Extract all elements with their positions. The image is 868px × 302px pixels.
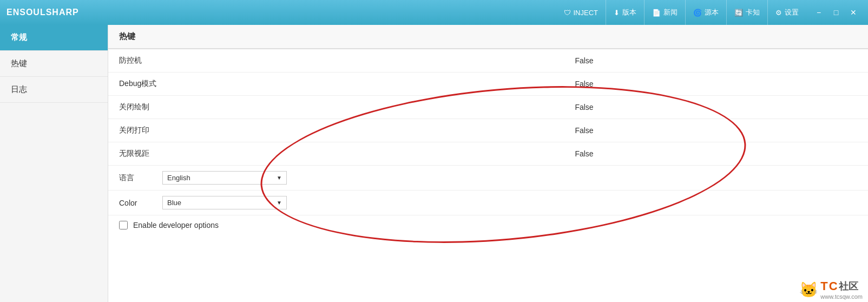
color-row: Color Blue ▼ bbox=[108, 191, 868, 215]
developer-options-label: Enable developer options bbox=[133, 221, 219, 229]
table-row[interactable]: 关闭打印 False bbox=[108, 119, 868, 142]
nav-refresh-label: 卡知 bbox=[746, 8, 760, 17]
main-content: 常规 热键 日志 热键 防控机 False bbox=[0, 25, 868, 302]
nav-version[interactable]: ⬇ 版本 bbox=[606, 0, 645, 25]
titlebar: ENSOULSHARP 🛡 INJECT ⬇ 版本 📄 新闻 🌀 源本 🔄 卡知… bbox=[0, 0, 868, 25]
table-row[interactable]: 无限视距 False bbox=[108, 142, 868, 166]
close-button[interactable]: ✕ bbox=[845, 4, 862, 21]
color-select[interactable]: Blue ▼ bbox=[162, 196, 287, 209]
row-name-3: 关闭打印 bbox=[108, 119, 564, 142]
col-header-name: 热键 bbox=[108, 25, 564, 49]
sidebar-item-general[interactable]: 常规 bbox=[0, 25, 108, 51]
row-name-4: 无限视距 bbox=[108, 142, 564, 166]
language-row: 语言 English ▼ bbox=[108, 166, 868, 191]
maximize-button[interactable]: □ bbox=[828, 4, 844, 21]
developer-options-row: Enable developer options bbox=[108, 215, 868, 235]
chevron-down-icon: ▼ bbox=[277, 200, 282, 206]
titlebar-nav: 🛡 INJECT ⬇ 版本 📄 新闻 🌀 源本 🔄 卡知 ⚙ 设置 bbox=[556, 0, 807, 25]
news-icon: 📄 bbox=[652, 9, 661, 17]
refresh-icon: 🔄 bbox=[734, 9, 743, 17]
row-value-3: False bbox=[564, 119, 868, 142]
window-controls: − □ ✕ bbox=[811, 4, 862, 21]
row-value-2: False bbox=[564, 96, 868, 119]
row-name-0: 防控机 bbox=[108, 49, 564, 73]
developer-options-checkbox[interactable] bbox=[119, 221, 128, 229]
content-area: 热键 防控机 False Debug模式 False 关闭绘制 False bbox=[108, 25, 868, 302]
tc-text: T bbox=[820, 279, 827, 293]
row-name-2: 关闭绘制 bbox=[108, 96, 564, 119]
nav-inject-label: INJECT bbox=[574, 9, 599, 17]
gear-icon: ⚙ bbox=[775, 9, 782, 17]
row-value-1: False bbox=[564, 73, 868, 96]
download-icon: ⬇ bbox=[614, 9, 620, 17]
app-logo: ENSOULSHARP bbox=[6, 8, 79, 17]
language-select[interactable]: English ▼ bbox=[162, 171, 287, 185]
c-text: C bbox=[829, 279, 838, 293]
table-row[interactable]: Debug模式 False bbox=[108, 73, 868, 96]
row-value-0: False bbox=[564, 49, 868, 73]
nav-news[interactable]: 📄 新闻 bbox=[645, 0, 686, 25]
minimize-button[interactable]: − bbox=[811, 4, 827, 21]
nav-settings[interactable]: ⚙ 设置 bbox=[768, 0, 806, 25]
community-text: 社区 bbox=[839, 280, 858, 293]
nav-settings-label: 设置 bbox=[785, 8, 799, 17]
sidebar-item-log[interactable]: 日志 bbox=[0, 77, 108, 103]
col-header-value bbox=[564, 25, 868, 49]
language-label: 语言 bbox=[119, 173, 162, 183]
table-row[interactable]: 关闭绘制 False bbox=[108, 96, 868, 119]
nav-source-label: 源本 bbox=[705, 8, 719, 17]
nav-source[interactable]: 🌀 源本 bbox=[686, 0, 727, 25]
watermark: 🐱 T C 社区 www.tcsqw.com bbox=[799, 279, 863, 300]
source-icon: 🌀 bbox=[693, 9, 702, 17]
sidebar-item-hotkeys[interactable]: 热键 bbox=[0, 51, 108, 77]
chevron-down-icon: ▼ bbox=[277, 175, 282, 181]
table-row[interactable]: 防控机 False bbox=[108, 49, 868, 73]
nav-inject[interactable]: 🛡 INJECT bbox=[556, 0, 607, 25]
row-value-4: False bbox=[564, 142, 868, 166]
color-label: Color bbox=[119, 199, 162, 207]
settings-table: 热键 防控机 False Debug模式 False 关闭绘制 False bbox=[108, 25, 868, 166]
nav-refresh[interactable]: 🔄 卡知 bbox=[727, 0, 768, 25]
row-name-1: Debug模式 bbox=[108, 73, 564, 96]
sidebar: 常规 热键 日志 bbox=[0, 25, 108, 302]
watermark-logo-icon: 🐱 bbox=[799, 281, 818, 299]
shield-icon: 🛡 bbox=[564, 9, 571, 17]
nav-news-label: 新闻 bbox=[663, 8, 678, 17]
watermark-text-area: T C 社区 www.tcsqw.com bbox=[820, 279, 863, 300]
nav-version-label: 版本 bbox=[622, 8, 636, 17]
watermark-url: www.tcsqw.com bbox=[820, 293, 863, 300]
